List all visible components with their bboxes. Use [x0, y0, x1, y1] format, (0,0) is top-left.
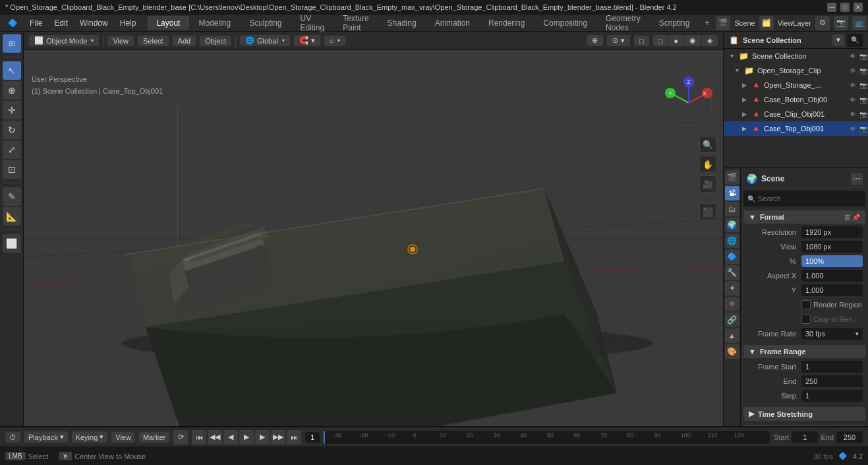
playhead[interactable]	[324, 431, 325, 444]
tab-compositing[interactable]: Compositing	[535, 16, 596, 30]
start-frame-input[interactable]: 1	[792, 431, 818, 443]
mode-selector[interactable]: ⊞	[3, 34, 21, 53]
camera-icon-1[interactable]: 📷	[859, 67, 868, 75]
format-section-header[interactable]: ▼ Format ☰ 📌	[743, 210, 865, 224]
eye-icon-4[interactable]: 👁	[848, 111, 857, 118]
eye-icon-3[interactable]: 👁	[848, 96, 857, 104]
camera-icon-2[interactable]: 📷	[859, 82, 868, 89]
output-properties[interactable]: 📺	[852, 16, 867, 30]
outliner-item-storage[interactable]: ▼ 📁 Open_Storage_Clip 👁 📷	[724, 63, 868, 78]
sync-button[interactable]: ⟳	[173, 430, 188, 445]
properties-search-input[interactable]	[758, 195, 861, 202]
object-mode-dropdown[interactable]: ⬜ Object Mode ▾	[29, 35, 99, 46]
keying-menu[interactable]: Keying ▾	[72, 431, 108, 443]
frame-end-value[interactable]: 250	[801, 375, 863, 387]
prop-tab-constraints[interactable]: 🔗	[725, 313, 739, 327]
aspect-y-value[interactable]: 1.000	[801, 284, 863, 296]
frame-rate-value[interactable]: 30 fps ▾	[801, 328, 863, 340]
current-frame[interactable]: 1	[305, 432, 320, 443]
timeline-track[interactable]: -30 -20 -10 0 10 20 30 40 50 60 70 80 90…	[324, 431, 770, 444]
eye-icon-0[interactable]: 👁	[848, 53, 857, 60]
annotate-tool[interactable]: ✎	[3, 187, 21, 206]
play-button[interactable]: ▶	[239, 430, 254, 445]
tab-geometry-nodes[interactable]: Geometry Nodes	[597, 12, 649, 34]
shading-wireframe[interactable]: □	[653, 35, 668, 46]
tab-shading[interactable]: Shading	[379, 16, 425, 30]
format-pin-icon[interactable]: 📌	[852, 214, 860, 221]
menu-file[interactable]: File	[24, 17, 47, 29]
menu-window[interactable]: Window	[74, 17, 113, 29]
prop-tab-world[interactable]: 🌐	[725, 233, 739, 248]
eye-icon-2[interactable]: 👁	[848, 82, 857, 89]
prop-tab-object[interactable]: 🔷	[725, 249, 739, 264]
eye-icon-1[interactable]: 👁	[848, 67, 857, 75]
time-stretching-header[interactable]: ▶ Time Stretching	[743, 407, 865, 421]
menu-blender[interactable]: 🔷	[3, 17, 23, 29]
prop-tab-particles[interactable]: ✦	[725, 281, 739, 295]
view-layer-selector[interactable]: 🗂️	[759, 16, 774, 30]
object-menu[interactable]: Object	[200, 36, 231, 46]
tab-texture-paint[interactable]: Texture Paint	[334, 12, 377, 34]
outliner-item-boton[interactable]: ▶ 🔺 Case_Boton_Obj00 👁 📷	[724, 92, 868, 107]
tab-modeling[interactable]: Modeling	[190, 16, 239, 30]
minimize-button[interactable]: —	[827, 3, 836, 12]
view-menu-timeline[interactable]: View	[111, 432, 135, 443]
select-menu[interactable]: Select	[138, 36, 169, 46]
step-back-key-button[interactable]: ◀◀	[208, 430, 222, 445]
prop-tab-data[interactable]: ▲	[725, 328, 739, 343]
view-menu[interactable]: View	[107, 36, 134, 46]
cursor-tool[interactable]: ⊕	[3, 81, 21, 100]
viewport[interactable]: ⬜ Object Mode ▾ View Select Add Object 🌐…	[24, 32, 723, 426]
rotate-tool[interactable]: ↻	[3, 121, 21, 139]
jump-start-button[interactable]: ⏮	[192, 430, 206, 445]
scene-selector[interactable]: 🎬	[716, 16, 730, 30]
collections-button[interactable]: ⬛	[699, 203, 716, 220]
crop-checkbox[interactable]	[801, 315, 811, 324]
transform-orientation[interactable]: 🌐 Global ▾	[240, 35, 290, 46]
tab-scripting[interactable]: Scripting	[651, 16, 699, 30]
step-back-button[interactable]: ◀	[223, 430, 238, 445]
outliner-search[interactable]: 🔍	[847, 34, 863, 47]
tab-sculpting[interactable]: Sculpting	[241, 16, 290, 30]
add-workspace-button[interactable]: +	[699, 17, 714, 29]
transform-tool[interactable]: ⊡	[3, 160, 21, 179]
outliner-scene-collection[interactable]: ▼ 📁 Scene Collection 👁 📷	[724, 49, 868, 63]
step-forward-key-button[interactable]: ▶▶	[271, 430, 285, 445]
prop-tab-render[interactable]: 🎬	[725, 170, 739, 185]
camera-button[interactable]: 🎥	[699, 175, 716, 193]
menu-help[interactable]: Help	[115, 17, 142, 29]
properties-search[interactable]: 🔍	[743, 191, 865, 206]
xray-toggle[interactable]: □	[634, 36, 649, 46]
scale-tool[interactable]: ⤢	[3, 140, 21, 159]
frame-start-value[interactable]: 1	[801, 361, 863, 373]
menu-edit[interactable]: Edit	[49, 17, 73, 29]
pan-button[interactable]: ✋	[699, 156, 716, 173]
shading-render[interactable]: ◈	[702, 35, 718, 46]
prop-tab-output[interactable]: 📽	[725, 186, 739, 201]
camera-icon-3[interactable]: 📷	[859, 96, 868, 104]
tab-animation[interactable]: Animation	[426, 16, 478, 30]
add-cube-tool[interactable]: ⬜	[3, 234, 21, 253]
viewport-overlay-toggle[interactable]: ⊙▾	[607, 35, 630, 46]
render-button[interactable]: 📷	[834, 16, 848, 30]
close-button[interactable]: ✕	[854, 3, 863, 12]
end-frame-input[interactable]: 250	[836, 431, 863, 443]
measure-tool[interactable]: 📐	[3, 207, 21, 226]
tab-layout[interactable]: Layout	[148, 16, 188, 30]
resolution-x-value[interactable]: 1920 px	[801, 226, 863, 238]
eye-icon-5[interactable]: 👁	[848, 125, 857, 133]
outliner-filter[interactable]: ▼	[832, 34, 844, 46]
marker-menu[interactable]: Marker	[139, 432, 169, 443]
maximize-button[interactable]: □	[840, 3, 850, 12]
prop-tab-scene[interactable]: 🌍	[725, 218, 739, 232]
navigation-gizmo[interactable]: X Y Z	[662, 77, 715, 129]
resolution-y-value[interactable]: 1080 px	[801, 241, 863, 253]
tab-rendering[interactable]: Rendering	[480, 16, 533, 30]
render-region-checkbox[interactable]	[801, 300, 811, 309]
playback-menu[interactable]: Playback ▾	[24, 431, 68, 443]
move-tool[interactable]: ✛	[3, 101, 21, 119]
outliner-item-mesh-0[interactable]: ▶ 🔺 Open_Storage_... 👁 📷	[724, 78, 868, 92]
snap-button[interactable]: 🧲 ▾	[294, 35, 320, 46]
jump-end-button[interactable]: ⏭	[287, 430, 301, 445]
viewport-canvas[interactable]: User Perspective (1) Scene Collection | …	[24, 50, 723, 426]
